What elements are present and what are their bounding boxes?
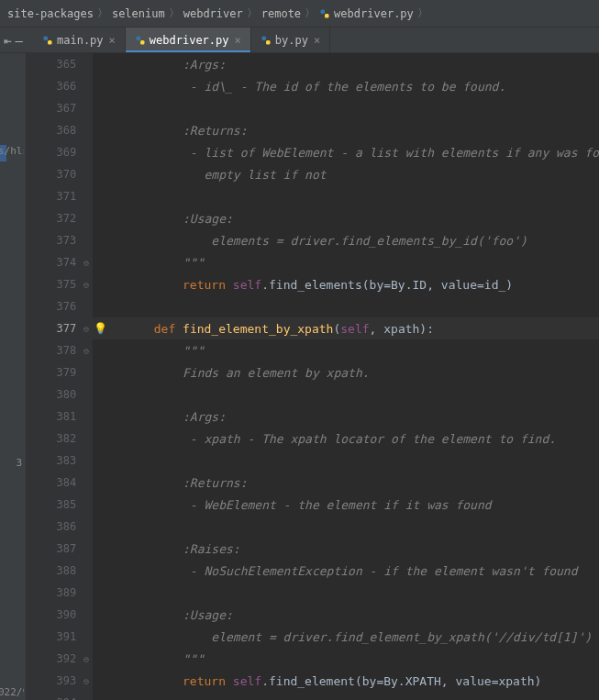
code-line[interactable]: elements = driver.find_elements_by_id('f… [93, 229, 599, 251]
tab-label: webdriver.py [150, 34, 229, 47]
code-line[interactable] [93, 383, 599, 406]
fold-icon[interactable]: ⊖ [83, 280, 89, 290]
line-number[interactable]: 382 [27, 428, 76, 450]
code-line[interactable] [93, 295, 599, 317]
python-file-icon [135, 35, 146, 46]
line-number[interactable]: 372 [27, 207, 76, 229]
close-icon[interactable]: × [314, 34, 320, 47]
tab-webdriver-py[interactable]: webdriver.py × [126, 28, 251, 52]
code-line[interactable]: :Raises: [93, 538, 599, 560]
line-number[interactable]: 368 [27, 119, 76, 141]
code-line[interactable]: :Returns: [93, 472, 599, 494]
tab-by-py[interactable]: by.py × [251, 28, 330, 52]
chevron-right-icon: 〉 [247, 6, 258, 21]
line-number[interactable]: 367 [27, 97, 76, 119]
code-line[interactable]: return self.find_element(by=By.XPATH, va… [93, 670, 599, 692]
line-number[interactable]: 393⊖ [27, 670, 76, 692]
line-number[interactable]: 383 [27, 450, 76, 472]
code-line[interactable] [93, 692, 599, 700]
code-line[interactable]: - id\_ - The id of the elements to be fo… [93, 75, 599, 97]
line-number[interactable]: 366 [27, 75, 76, 97]
line-number[interactable]: 371 [27, 185, 76, 207]
code-line[interactable]: :Returns: [93, 119, 599, 141]
line-number[interactable]: 378⊖ [27, 339, 76, 361]
code-line[interactable] [93, 516, 599, 538]
line-number[interactable]: 392⊖ [27, 648, 76, 670]
breadcrumb-item[interactable]: webdriver.py [319, 7, 414, 20]
code-line[interactable]: - list of WebElement - a list with eleme… [93, 141, 599, 163]
breadcrumb-item[interactable]: remote [261, 7, 301, 20]
close-icon[interactable]: × [235, 34, 241, 47]
svg-rect-3 [48, 40, 52, 45]
code-line[interactable] [93, 97, 599, 119]
line-number[interactable]: 394 [27, 692, 76, 700]
breadcrumb-item[interactable]: site-packages [7, 7, 94, 20]
line-number[interactable]: 387 [27, 538, 76, 560]
code-line[interactable]: - WebElement - the element if it was fou… [93, 494, 599, 516]
breadcrumb-item[interactable]: selenium [112, 7, 165, 20]
svg-rect-0 [321, 9, 326, 14]
code-line[interactable]: element = driver.find_element_by_xpath('… [93, 626, 599, 648]
line-number[interactable]: 365 [27, 53, 76, 75]
code-line[interactable]: - NoSuchElementException - if the elemen… [93, 560, 599, 582]
code-line[interactable]: def find_element_by_xpath(self, xpath): [93, 317, 599, 339]
line-number[interactable]: 375⊖ [27, 273, 76, 295]
collapse-icon[interactable]: ⇤ [4, 33, 11, 48]
chevron-right-icon: 〉 [97, 6, 108, 21]
svg-rect-5 [140, 40, 145, 45]
line-number[interactable]: 388 [27, 560, 76, 582]
svg-rect-1 [325, 14, 329, 18]
fold-icon[interactable]: ⊖ [83, 258, 89, 268]
code-line[interactable] [93, 185, 599, 207]
line-number[interactable]: 370 [27, 163, 76, 185]
code-line[interactable]: :Usage: [93, 604, 599, 626]
breadcrumb-item[interactable]: webdriver [183, 7, 243, 20]
tab-label: main.py [57, 34, 104, 47]
code-line[interactable]: :Usage: [93, 207, 599, 229]
line-number[interactable]: 391 [27, 626, 76, 648]
fold-icon[interactable]: ⊖ [83, 654, 89, 664]
code-line[interactable] [93, 450, 599, 472]
line-number[interactable]: 389 [27, 582, 76, 604]
line-number[interactable]: 385 [27, 494, 76, 516]
line-number-gutter[interactable]: 365366367368369370371372373374⊖375⊖37637… [27, 53, 93, 700]
fold-icon[interactable]: ⊖ [83, 676, 89, 686]
line-number[interactable]: 381 [27, 406, 76, 428]
svg-rect-6 [261, 36, 266, 40]
line-number[interactable]: 376 [27, 295, 76, 317]
minus-icon[interactable]: — [15, 33, 22, 48]
line-number[interactable]: 373 [27, 229, 76, 251]
code-line[interactable]: """ [93, 648, 599, 670]
breadcrumb[interactable]: site-packages 〉 selenium 〉 webdriver 〉 r… [0, 0, 599, 28]
code-line[interactable]: return self.find_elements(by=By.ID, valu… [93, 273, 599, 295]
line-number[interactable]: 380 [27, 383, 76, 406]
chevron-right-icon: 〉 [169, 6, 180, 21]
code-line[interactable]: :Args: [93, 53, 599, 75]
code-line[interactable]: """ [93, 339, 599, 361]
line-number[interactable]: 379 [27, 361, 76, 383]
line-number[interactable]: 369 [27, 141, 76, 163]
fold-icon[interactable]: ⊖ [83, 324, 89, 334]
fold-icon[interactable]: ⊖ [83, 346, 89, 356]
svg-rect-7 [266, 40, 271, 45]
code-line[interactable]: - xpath - The xpath locator of the eleme… [93, 428, 599, 450]
code-line[interactable]: """ [93, 251, 599, 273]
code-line[interactable]: :Args: [93, 406, 599, 428]
code-content[interactable]: :Args: - id\_ - The id of the elements t… [93, 53, 599, 700]
line-number[interactable]: 384 [27, 472, 76, 494]
code-line[interactable] [93, 582, 599, 604]
line-number[interactable]: 390 [27, 604, 76, 626]
code-line[interactable]: empty list if not [93, 163, 599, 185]
line-number[interactable]: 386 [27, 516, 76, 538]
tab-label: by.py [275, 34, 308, 47]
lightbulb-icon[interactable]: 💡 [94, 322, 107, 335]
project-sidebar-strip[interactable]: s/hls_ 3 022/9/ [0, 53, 27, 700]
code-editor[interactable]: 365366367368369370371372373374⊖375⊖37637… [27, 53, 599, 700]
close-icon[interactable]: × [109, 34, 116, 47]
tab-main-py[interactable]: main.py × [33, 28, 126, 52]
line-number[interactable]: 374⊖ [27, 251, 76, 273]
code-line[interactable]: Finds an element by xpath. [93, 361, 599, 383]
editor-tabs: ⇤ — main.py × webdriver.py × by.py × [0, 28, 599, 53]
line-number[interactable]: 377⊖💡 [27, 317, 76, 339]
python-file-icon [319, 8, 330, 19]
